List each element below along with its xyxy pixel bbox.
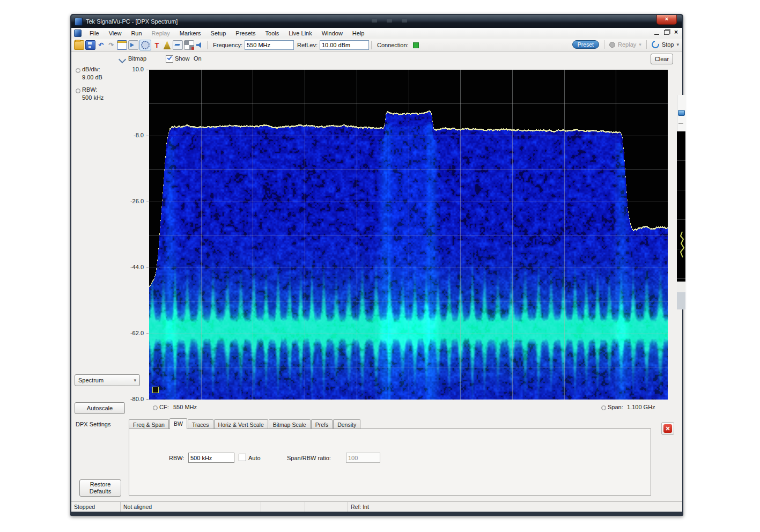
tab-bw[interactable]: BW (169, 418, 187, 429)
reflev-input[interactable] (320, 40, 369, 50)
y-axis-labels: 10.0-8.0-26.0-44.0-62.0-80.0 (104, 52, 144, 406)
analysis-icon[interactable] (184, 40, 194, 50)
cf-label: CF: (159, 404, 169, 410)
tab-density[interactable]: Density (333, 419, 360, 429)
app-window: Tek SignalVu-PC - [DPX Spectrum] × FileV… (70, 14, 683, 516)
mdi-restore-icon[interactable] (664, 30, 669, 35)
rbw-readout-label: RBW: (82, 86, 98, 93)
tab-prefs[interactable]: Prefs (311, 419, 333, 429)
on-label: On (194, 55, 202, 62)
status-cell: Not aligned (121, 502, 261, 512)
menu-live-link[interactable]: Live Link (284, 29, 316, 38)
dpx-display-area: Bitmap Show On Clear dB/div: 9.00 dB RBW… (71, 52, 682, 512)
y-axis-tick-label: -44.0 (130, 264, 144, 270)
preset-button[interactable]: Preset (572, 40, 599, 49)
background-window-plot-strip (677, 131, 685, 282)
print-export-icon[interactable] (128, 40, 138, 50)
save-icon[interactable] (85, 40, 95, 50)
window-title: Tek SignalVu-PC - [DPX Spectrum] (86, 18, 178, 25)
toolbar-separator (207, 41, 208, 49)
menu-markers[interactable]: Markers (175, 29, 206, 38)
dpx-spectrum-bitmap[interactable] (149, 70, 668, 400)
undo-icon[interactable]: ↶ (97, 41, 106, 49)
rbw-input[interactable] (188, 453, 234, 463)
stop-button[interactable]: Stop (662, 41, 674, 48)
trigger-text-icon[interactable]: T (152, 41, 161, 49)
menu-file[interactable]: File (85, 29, 104, 38)
app-icon (75, 18, 83, 26)
tab-horiz-vert-scale[interactable]: Horiz & Vert Scale (214, 419, 268, 429)
menu-run[interactable]: Run (126, 29, 146, 38)
title-bar[interactable]: Tek SignalVu-PC - [DPX Spectrum] × (71, 15, 682, 28)
settings-close-button[interactable]: ✕ (661, 422, 674, 435)
tab-bitmap-scale[interactable]: Bitmap Scale (269, 419, 311, 429)
rbw-auto-label: Auto (248, 455, 261, 461)
y-axis-tick-label: -62.0 (130, 330, 144, 336)
stop-dropdown-icon[interactable]: ▾ (676, 42, 679, 47)
audio-icon[interactable] (195, 41, 204, 49)
tab-traces[interactable]: Traces (188, 419, 213, 429)
background-window-trace-icon (678, 232, 687, 257)
toolbar-file-icons: ↶↷ (73, 40, 139, 50)
menu-tools[interactable]: Tools (261, 29, 284, 38)
settings-close-x-icon: ✕ (663, 424, 672, 433)
status-bar: StoppedNot alignedRef: Int (71, 501, 682, 512)
stop-icon (650, 39, 660, 49)
status-cell: Ref: Int (348, 502, 682, 512)
menu-setup[interactable]: Setup (206, 29, 231, 38)
background-window-sliver (677, 95, 685, 309)
cf-value[interactable]: 550 MHz (173, 404, 197, 410)
restore-defaults-button[interactable]: Restore Defaults (79, 479, 121, 497)
mdi-window-controls: × (654, 29, 678, 35)
settings-tabs: Freq & SpanBWTracesHoriz & Vert ScaleBit… (129, 418, 361, 429)
trace-selector-caret-icon: ▾ (134, 378, 136, 383)
dbdiv-control-dot-icon[interactable] (76, 68, 80, 73)
trace-selector-dropdown[interactable]: Spectrum ▾ (75, 374, 140, 386)
autoscale-button[interactable]: Autoscale (75, 402, 125, 414)
dpx-settings-title: DPX Settings (76, 421, 110, 427)
replay-dropdown-icon[interactable]: ▾ (639, 42, 641, 47)
menu-presets[interactable]: Presets (231, 29, 260, 38)
background-window-icon (678, 110, 685, 116)
span-value[interactable]: 1.100 GHz (627, 404, 655, 410)
span-rbw-ratio-label: Span/RBW ratio: (287, 455, 331, 461)
toolbar-separator (371, 41, 372, 49)
menu-help[interactable]: Help (348, 29, 370, 38)
clear-button[interactable]: Clear (651, 54, 673, 64)
redo-icon[interactable]: ↷ (107, 41, 116, 49)
rbw-readout-value[interactable]: 500 kHz (82, 94, 104, 101)
open-file-icon[interactable] (74, 40, 84, 50)
app-body: FileViewRunReplayMarkersSetupPresetsTool… (71, 28, 682, 512)
window-close-button[interactable]: × (656, 15, 677, 25)
mdi-minimize-icon[interactable] (654, 34, 659, 35)
toolbar-right-cluster: Preset Replay ▾ Stop ▾ (572, 40, 679, 49)
dbdiv-label: dB/div: (82, 66, 100, 72)
displays-icon[interactable] (117, 40, 127, 50)
settings-gear-icon[interactable] (141, 41, 150, 49)
replay-button[interactable]: Replay (618, 41, 636, 48)
toolbar-tool-icons: T (152, 40, 205, 50)
mdi-close-icon[interactable]: × (674, 29, 678, 35)
settings-gear-active-frame[interactable] (139, 40, 151, 50)
tab-freq-span[interactable]: Freq & Span (129, 419, 169, 429)
menu-window[interactable]: Window (317, 29, 348, 38)
show-checkbox[interactable] (166, 55, 173, 63)
y-axis-tick-label: -8.0 (134, 132, 144, 138)
dbdiv-value[interactable]: 9.00 dB (82, 74, 102, 80)
marker-icon[interactable] (163, 41, 172, 49)
menu-replay[interactable]: Replay (147, 29, 175, 38)
cf-control-dot-icon[interactable] (153, 405, 158, 410)
menu-bar: FileViewRunReplayMarkersSetupPresetsTool… (71, 28, 682, 39)
y-axis-tick-label: -26.0 (130, 198, 144, 204)
rbw-control-dot-icon[interactable] (76, 88, 80, 93)
menu-view[interactable]: View (104, 29, 127, 38)
connection-status-icon (413, 42, 419, 48)
span-control-dot-icon[interactable] (601, 405, 606, 410)
trace-selector-value: Spectrum (78, 377, 104, 383)
frequency-input[interactable] (245, 40, 294, 50)
mdi-child-icon[interactable] (74, 29, 82, 37)
reflev-label: RefLev: (297, 42, 318, 48)
replay-icon (609, 42, 615, 48)
recall-icon[interactable] (173, 40, 183, 50)
rbw-auto-checkbox[interactable] (239, 454, 246, 461)
